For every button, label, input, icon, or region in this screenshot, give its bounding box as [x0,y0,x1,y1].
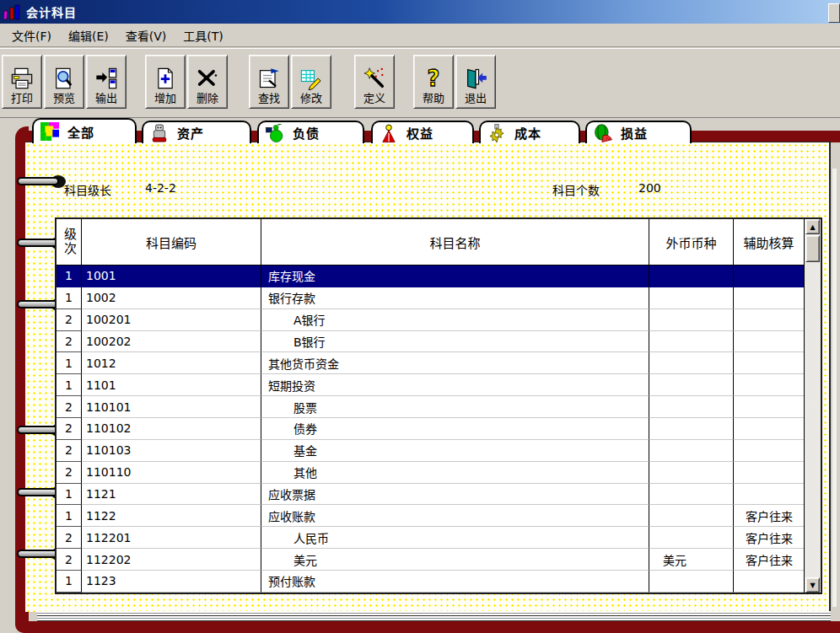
table-row[interactable]: 11123预付账款 [57,571,804,593]
help-button[interactable]: ? 帮助 [413,55,454,109]
table-cell: 2 [57,309,82,331]
table-cell [734,266,804,287]
scrollbar-thumb[interactable] [805,235,820,262]
table-row[interactable]: 11121应收票据 [57,484,804,506]
table-row[interactable]: 2100202B银行 [57,331,804,353]
table-row[interactable]: 2100201A银行 [57,309,804,331]
table-cell: 1101 [82,374,261,396]
table-cell: 应收票据 [261,484,649,506]
table-cell [649,331,734,353]
table-row[interactable]: 2110102债券 [57,418,804,440]
preview-label: 预览 [53,92,75,105]
table-cell [734,396,804,418]
table-row[interactable]: 11122应收账款客户往来 [57,505,804,527]
table-row[interactable]: 11012其他货币资金 [57,352,804,374]
table-cell: 银行存款 [261,287,649,309]
table-cell: 客户往来 [734,527,804,549]
notebook-page-stack [37,611,831,621]
column-header-name: 科目名称 [261,219,649,265]
define-button[interactable]: 定义 [354,55,395,109]
table-row[interactable]: 2110101股票 [57,396,804,418]
table-cell [734,374,804,396]
table-row[interactable]: 11001库存现金 [57,266,804,287]
table-cell [649,352,734,374]
table-cell: 2 [57,396,82,418]
modify-label: 修改 [300,92,322,105]
delete-button[interactable]: 删除 [187,55,228,109]
delete-icon [196,67,219,90]
scroll-down-button[interactable]: ▼ [805,577,820,593]
table-cell: 1 [57,266,82,287]
table-cell: 1012 [82,352,261,374]
table-cell: 112202 [82,549,261,571]
watermelon-icon [594,124,612,142]
table-cell [649,484,734,506]
column-header-code: 科目编码 [82,219,261,265]
tab-all[interactable]: 全部 [32,118,137,143]
tab-cost[interactable]: 成本 [479,121,580,143]
scroll-up-button[interactable]: ▲ [805,219,820,234]
print-label: 打印 [11,92,33,105]
tab-all-label: 全部 [67,123,94,141]
find-button[interactable]: 查找 [249,55,289,109]
subject-level-value: 4-2-2 [145,181,176,195]
table-cell: 其他货币资金 [261,352,649,374]
tab-equity-label: 权益 [407,124,433,142]
menu-tools[interactable]: 工具(T) [175,24,231,46]
define-icon [363,67,386,90]
print-button[interactable]: 打印 [2,55,42,109]
table-cell [649,527,734,549]
table-cell: 110101 [82,396,261,418]
table-cell [649,571,734,593]
preview-button[interactable]: 预览 [44,55,84,109]
export-button[interactable]: 输出 [86,55,127,109]
tab-assets[interactable]: 资产 [142,121,251,143]
table-cell [649,418,734,440]
help-label: 帮助 [423,92,444,105]
binder-ring [17,175,62,188]
exit-label: 退出 [465,92,487,105]
table-cell [734,462,804,484]
exit-button[interactable]: 退出 [455,55,496,109]
tab-assets-label: 资产 [177,124,204,142]
modify-icon [299,67,323,90]
add-button[interactable]: 增加 [145,55,186,109]
table-row[interactable]: 11101短期投资 [57,374,804,396]
table-cell: 2 [57,440,82,462]
table-row[interactable]: 11002银行存款 [57,287,804,309]
table-cell: 1 [57,484,82,506]
preview-icon [52,67,76,90]
table-row[interactable]: 2112202美元美元客户往来 [57,549,804,571]
gear-icon [487,124,506,142]
table-cell: B银行 [261,331,649,353]
tab-liabilities[interactable]: 负债 [257,121,364,143]
table-cell [734,440,804,462]
modify-button[interactable]: 修改 [291,55,331,109]
table-row[interactable]: 2112201人民币客户往来 [57,527,804,549]
notebook-page-edge [832,169,837,607]
tab-profit-loss[interactable]: 损益 [585,121,692,143]
delete-label: 删除 [197,92,218,105]
menu-edit[interactable]: 编辑(E) [60,24,117,46]
menu-view[interactable]: 查看(V) [117,24,175,46]
vertical-scrollbar[interactable]: ▲ ▼ [804,219,821,593]
table-cell [734,309,804,331]
table-row[interactable]: 2110103基金 [57,440,804,462]
window-system-button-partial[interactable] [828,3,840,23]
table-header: 级次 科目编码 科目名称 外币币种 辅助核算 [57,219,804,266]
table-cell: 110103 [82,440,261,462]
green-figure-icon [266,124,284,142]
title-bar: 会计科目 [0,0,840,24]
tab-equity[interactable]: 权益 [371,121,474,143]
table-cell: 1123 [82,571,261,593]
table-row[interactable]: 2110110其他 [57,462,804,484]
table-cell [649,505,734,527]
table-cell: 1 [57,352,82,374]
add-icon [153,67,177,90]
subjects-table: 级次 科目编码 科目名称 外币币种 辅助核算 11001库存现金11002银行存… [55,217,822,594]
table-cell: 2 [57,331,82,353]
robot-icon [150,124,169,142]
menu-file[interactable]: 文件(F) [3,24,60,46]
add-label: 增加 [154,92,176,105]
table-cell [734,484,804,506]
